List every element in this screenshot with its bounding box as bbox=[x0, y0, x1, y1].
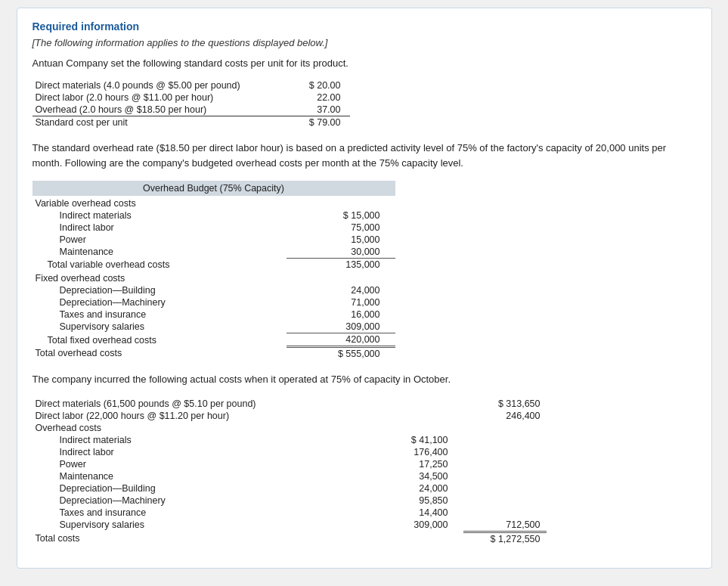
actual-overhead-row: Supervisory salaries309,000712,500 bbox=[33, 519, 547, 532]
actual-label: Direct materials (61,500 pounds @ $5.10 … bbox=[33, 398, 388, 410]
oh-label: Indirect materials bbox=[33, 434, 388, 446]
oh-amount1: 34,500 bbox=[388, 470, 463, 482]
oh-amount1: 309,000 bbox=[388, 519, 463, 532]
actual-overhead-row: Taxes and insurance14,400 bbox=[33, 507, 547, 519]
cost-label: Direct materials (4.0 pounds @ $5.00 per… bbox=[33, 79, 296, 91]
standard-total-amount: $ 79.00 bbox=[296, 116, 350, 129]
standard-costs-table: Direct materials (4.0 pounds @ $5.00 per… bbox=[33, 79, 350, 129]
required-info-heading: Required information bbox=[33, 20, 696, 33]
intro-text: Antuan Company set the following standar… bbox=[33, 57, 696, 69]
fixed-section-label: Fixed overhead costs bbox=[33, 271, 395, 284]
variable-label: Variable overhead costs bbox=[33, 196, 395, 209]
oh-label: Taxes and insurance bbox=[33, 507, 388, 519]
cost-amount: 37.00 bbox=[296, 104, 350, 116]
fixed-cost-row: Depreciation—Machinery71,000 bbox=[33, 296, 395, 309]
fix-label: Depreciation—Machinery bbox=[33, 296, 287, 309]
standard-total-label: Standard cost per unit bbox=[33, 116, 296, 129]
actual-amount1 bbox=[388, 398, 463, 410]
fixed-subtotal-row: Total fixed overhead costs420,000 bbox=[33, 333, 395, 347]
oh-label: Power bbox=[33, 458, 388, 470]
main-card: Required information [The following info… bbox=[17, 8, 712, 569]
overhead-paragraph: The standard overhead rate ($18.50 per d… bbox=[33, 141, 696, 170]
oh-amount2 bbox=[463, 495, 547, 507]
budget-section: Overhead Budget (75% Capacity)Variable o… bbox=[33, 181, 696, 360]
overhead-label: Overhead costs bbox=[33, 422, 547, 434]
fixed-label: Fixed overhead costs bbox=[33, 271, 395, 284]
var-label: Indirect materials bbox=[33, 209, 287, 222]
oh-amount2 bbox=[463, 470, 547, 482]
fixed-cost-row: Supervisory salaries309,000 bbox=[33, 321, 395, 333]
actual-top-row: Direct materials (61,500 pounds @ $5.10 … bbox=[33, 398, 547, 410]
budget-title: Overhead Budget (75% Capacity) bbox=[33, 181, 395, 196]
fix-amount: 309,000 bbox=[287, 321, 395, 333]
actual-overhead-row: Maintenance34,500 bbox=[33, 470, 547, 482]
fix-total-label: Total fixed overhead costs bbox=[33, 333, 287, 347]
standard-cost-row: Overhead (2.0 hours @ $18.50 per hour)37… bbox=[33, 104, 350, 116]
variable-section-label: Variable overhead costs bbox=[33, 196, 395, 209]
budget-header-row: Overhead Budget (75% Capacity) bbox=[33, 181, 395, 196]
actual-overhead-row: Depreciation—Machinery95,850 bbox=[33, 495, 547, 507]
var-label: Indirect labor bbox=[33, 222, 287, 234]
variable-subtotal-row: Total variable overhead costs135,000 bbox=[33, 259, 395, 271]
oh-amount2 bbox=[463, 458, 547, 470]
oh-amount2 bbox=[463, 434, 547, 446]
oh-label: Supervisory salaries bbox=[33, 519, 388, 532]
standard-total-row: Standard cost per unit $ 79.00 bbox=[33, 116, 350, 129]
actual-label: Direct labor (22,000 hours @ $11.20 per … bbox=[33, 410, 388, 422]
actual-total-amount: $ 1,272,550 bbox=[463, 532, 547, 545]
oh-label: Maintenance bbox=[33, 470, 388, 482]
overhead-section-label: Overhead costs bbox=[33, 422, 547, 434]
oh-amount2 bbox=[463, 446, 547, 458]
oh-label: Depreciation—Machinery bbox=[33, 495, 388, 507]
cost-amount: 22.00 bbox=[296, 91, 350, 104]
cost-label: Direct labor (2.0 hours @ $11.00 per hou… bbox=[33, 91, 296, 104]
actual-overhead-row: Power17,250 bbox=[33, 458, 547, 470]
var-amount: $ 15,000 bbox=[287, 209, 395, 222]
oh-label: Depreciation—Building bbox=[33, 482, 388, 495]
oh-amount2: 712,500 bbox=[463, 519, 547, 532]
budget-total-amount: $ 555,000 bbox=[287, 347, 395, 361]
oh-amount1: 176,400 bbox=[388, 446, 463, 458]
fix-label: Supervisory salaries bbox=[33, 321, 287, 333]
var-amount: 75,000 bbox=[287, 222, 395, 234]
actual-overhead-row: Indirect labor176,400 bbox=[33, 446, 547, 458]
standard-cost-row: Direct labor (2.0 hours @ $11.00 per hou… bbox=[33, 91, 350, 104]
budget-table: Overhead Budget (75% Capacity)Variable o… bbox=[33, 181, 395, 360]
fixed-cost-row: Depreciation—Building24,000 bbox=[33, 284, 395, 296]
fix-label: Depreciation—Building bbox=[33, 284, 287, 296]
actual-total-blank bbox=[388, 532, 463, 545]
variable-cost-row: Power15,000 bbox=[33, 234, 395, 246]
fix-label: Taxes and insurance bbox=[33, 309, 287, 321]
oh-amount1: 14,400 bbox=[388, 507, 463, 519]
var-label: Maintenance bbox=[33, 246, 287, 259]
actual-total-row: Total costs$ 1,272,550 bbox=[33, 532, 547, 545]
var-amount: 15,000 bbox=[287, 234, 395, 246]
var-label: Power bbox=[33, 234, 287, 246]
fix-total-amount: 420,000 bbox=[287, 333, 395, 347]
fix-amount: 24,000 bbox=[287, 284, 395, 296]
fixed-cost-row: Taxes and insurance16,000 bbox=[33, 309, 395, 321]
standard-cost-row: Direct materials (4.0 pounds @ $5.00 per… bbox=[33, 79, 350, 91]
var-total-label: Total variable overhead costs bbox=[33, 259, 287, 271]
budget-total-label: Total overhead costs bbox=[33, 347, 287, 361]
actual-total-label: Total costs bbox=[33, 532, 388, 545]
actual-section: Direct materials (61,500 pounds @ $5.10 … bbox=[33, 398, 696, 545]
actual-table: Direct materials (61,500 pounds @ $5.10 … bbox=[33, 398, 547, 545]
oh-amount1: $ 41,100 bbox=[388, 434, 463, 446]
variable-cost-row: Maintenance30,000 bbox=[33, 246, 395, 259]
oh-amount1: 24,000 bbox=[388, 482, 463, 495]
actual-overhead-row: Depreciation—Building24,000 bbox=[33, 482, 547, 495]
variable-cost-row: Indirect labor75,000 bbox=[33, 222, 395, 234]
oh-amount1: 17,250 bbox=[388, 458, 463, 470]
actual-top-row: Direct labor (22,000 hours @ $11.20 per … bbox=[33, 410, 547, 422]
subtitle-text: [The following information applies to th… bbox=[33, 37, 696, 48]
budget-total-row: Total overhead costs$ 555,000 bbox=[33, 347, 395, 361]
oh-label: Indirect labor bbox=[33, 446, 388, 458]
oh-amount2 bbox=[463, 482, 547, 495]
fix-amount: 16,000 bbox=[287, 309, 395, 321]
actual-amount2: $ 313,650 bbox=[463, 398, 547, 410]
oh-amount1: 95,850 bbox=[388, 495, 463, 507]
oh-amount2 bbox=[463, 507, 547, 519]
actual-amount2: 246,400 bbox=[463, 410, 547, 422]
actual-amount1 bbox=[388, 410, 463, 422]
